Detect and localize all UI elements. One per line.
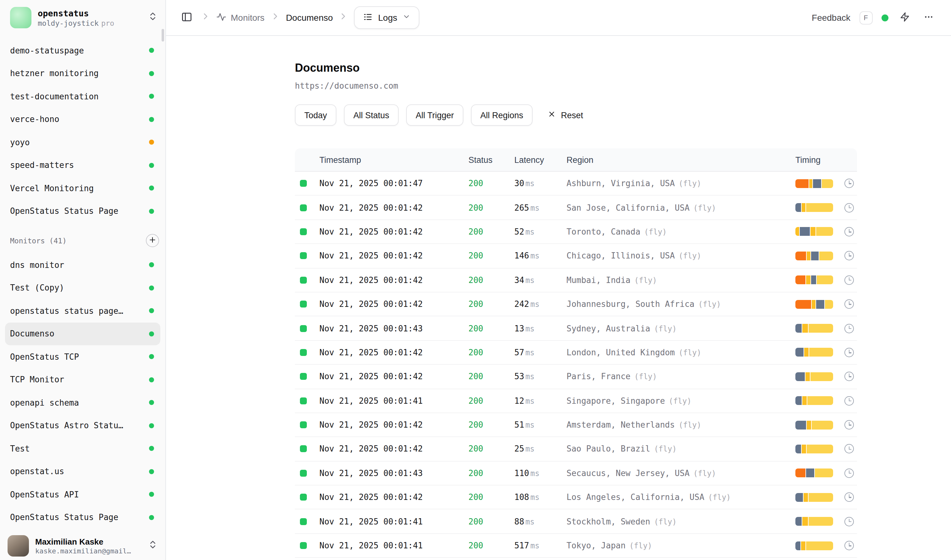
user-menu[interactable]: Maximilian Kaske kaske.maximilian@gmail… [0,529,165,560]
sidebar-item[interactable]: OpenStatus Status Page [5,200,160,223]
table-row[interactable]: Nov 21, 2025 00:01:43200110msSecaucus, N… [295,461,857,486]
sidebar-item-label: OpenStatus Status Page [10,513,118,522]
log-table: Timestamp Status Latency Region Timing N… [295,148,857,560]
status-indicator [300,422,307,428]
user-avatar [8,535,29,557]
sidebar-item[interactable]: verce-hono [5,108,160,131]
status-indicator [300,470,307,477]
sidebar-item[interactable]: OpenStatus TCP [5,345,160,368]
clock-icon [845,493,854,502]
sidebar-item-label: OpenStatus Status Page [10,206,118,216]
regions-filter-button[interactable]: All Regions [471,105,533,126]
table-row[interactable]: Nov 21, 2025 00:01:4220034msMumbai, Indi… [295,268,857,292]
latency-cell: 517ms [514,541,566,550]
breadcrumb-page[interactable]: Documenso [286,12,332,23]
workspace-switcher[interactable]: openstatus moldy-joystickpro [0,0,165,35]
table-row[interactable]: Nov 21, 2025 00:01:41200517msTokyo, Japa… [295,534,857,558]
status-dot [149,140,154,145]
sidebar-item[interactable]: openstat.us [5,460,160,483]
sidebar-item[interactable]: dns monitor [5,254,160,276]
table-row[interactable]: Nov 21, 2025 00:01:4220057msLondon, Unit… [295,340,857,365]
workspace-name: openstatus [38,8,114,18]
sidebar-toggle-button[interactable] [179,8,195,27]
timing-bar [796,517,833,526]
table-row[interactable]: Nov 21, 2025 00:01:4120088msStockholm, S… [295,510,857,534]
table-row[interactable]: Nov 21, 2025 00:01:4220053msParis, Franc… [295,365,857,389]
timestamp-cell: Nov 21, 2025 00:01:42 [319,203,468,212]
status-indicator [300,349,307,356]
table-row[interactable]: Nov 21, 2025 00:01:4720030msAshburn, Vir… [295,172,857,196]
status-code-cell: 200 [468,372,514,382]
region-cell: Sydney, Australia(fly) [566,323,796,333]
timing-bar [796,396,833,405]
table-row[interactable]: Nov 21, 2025 00:01:42200242msJohannesbur… [295,292,857,317]
trigger-filter-button[interactable]: All Trigger [406,105,463,126]
sidebar-item[interactable]: TCP Monitor [5,368,160,391]
more-menu-button[interactable] [921,9,936,26]
sidebar-item[interactable]: yoyo [5,131,160,154]
sidebar-item[interactable]: openstatus status page… [5,299,160,322]
sidebar-item[interactable]: openapi schema [5,391,160,414]
table-row[interactable]: Nov 21, 2025 00:01:4220025msSao Paulo, B… [295,437,857,462]
workspace-avatar [10,7,31,28]
status-indicator [300,397,307,404]
sidebar-scrollbar[interactable] [162,29,164,42]
status-dot [149,515,154,520]
table-row[interactable]: Nov 21, 2025 00:01:42200265msSan Jose, C… [295,196,857,220]
quick-actions-button[interactable] [897,9,912,26]
latency-cell: 13ms [514,323,566,333]
sidebar-item[interactable]: OpenStatus Status Page [5,506,160,529]
date-filter-button[interactable]: Today [295,105,336,126]
column-header-status: Status [468,155,514,165]
status-dot [149,492,154,497]
region-cell: London, United Kingdom(fly) [566,348,796,357]
zap-icon [899,12,909,23]
status-dot [149,423,154,428]
region-cell: Secaucus, New Jersey, USA(fly) [566,469,796,478]
status-code-cell: 200 [468,420,514,429]
add-monitor-button[interactable] [146,234,159,247]
table-row[interactable]: Nov 21, 2025 00:01:4120012msSingapore, S… [295,389,857,413]
timestamp-cell: Nov 21, 2025 00:01:42 [319,251,468,261]
table-row[interactable]: Nov 21, 2025 00:01:4320013msSydney, Aust… [295,317,857,341]
feedback-link[interactable]: Feedback [812,12,850,23]
sidebar-item[interactable]: Test [5,437,160,460]
sidebar-item[interactable]: Documenso [5,322,160,345]
log-table-body: Nov 21, 2025 00:01:4720030msAshburn, Vir… [295,172,857,560]
ellipsis-icon [923,12,933,23]
region-cell: Los Angeles, California, USA(fly) [566,493,796,502]
status-indicator [300,446,307,452]
sidebar-item[interactable]: hetzner monitoring [5,62,160,85]
table-row[interactable]: Nov 21, 2025 00:01:41200156msDallas, Tex… [295,558,857,560]
table-row[interactable]: Nov 21, 2025 00:01:4220051msAmsterdam, N… [295,413,857,437]
reset-filters-button[interactable]: Reset [540,105,591,126]
status-filter-button[interactable]: All Status [344,105,399,126]
reset-label: Reset [561,110,583,120]
sidebar-item[interactable]: speed-matters [5,154,160,177]
activity-icon [216,12,226,23]
clock-icon [845,444,854,454]
breadcrumb-monitors[interactable]: Monitors [216,12,265,23]
sidebar-item[interactable]: demo-statuspage [5,39,160,62]
system-status-dot[interactable] [881,14,888,21]
sidebar-item[interactable]: Vercel Monitoring [5,177,160,200]
chevron-right-icon [270,11,280,24]
timestamp-cell: Nov 21, 2025 00:01:43 [319,323,468,333]
table-row[interactable]: Nov 21, 2025 00:01:4220052msToronto, Can… [295,220,857,244]
status-code-cell: 200 [468,203,514,212]
status-code-cell: 200 [468,227,514,237]
sidebar-item[interactable]: Test (Copy) [5,276,160,299]
sidebar-item[interactable]: test-documentation [5,85,160,108]
latency-cell: 53ms [514,372,566,382]
table-row[interactable]: Nov 21, 2025 00:01:42200146msChicago, Il… [295,244,857,268]
clock-icon [845,469,854,478]
sidebar-item-label: OpenStatus TCP [10,352,79,362]
table-row[interactable]: Nov 21, 2025 00:01:42200108msLos Angeles… [295,486,857,510]
monitors-list: dns monitorTest (Copy)openstatus status … [0,250,165,529]
sidebar-item[interactable]: OpenStatus API [5,483,160,506]
status-dot [149,377,154,382]
sidebar-item[interactable]: OpenStatus Astro Statu… [5,414,160,437]
status-code-cell: 200 [468,178,514,188]
view-selector-button[interactable]: Logs [354,6,419,29]
sidebar-item-label: demo-statuspage [10,46,84,55]
